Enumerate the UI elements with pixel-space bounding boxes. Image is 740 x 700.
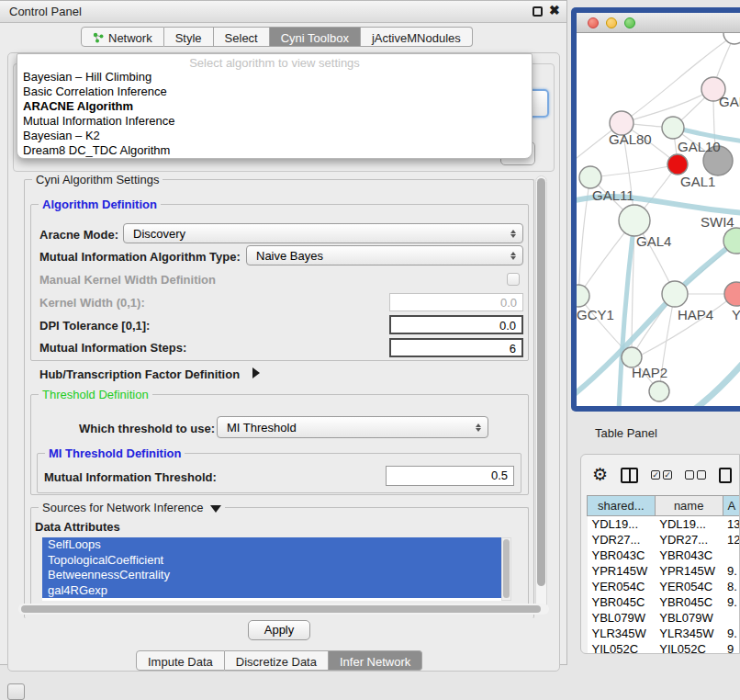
table-cell: YBR045C — [655, 594, 723, 610]
table-toolbar: ⚙ ✓✓ — [592, 464, 732, 486]
network-node-gal11[interactable] — [579, 166, 601, 188]
mi-algorithm-type-select[interactable]: Naive Bayes — [246, 245, 523, 265]
algorithm-option[interactable]: ARACNE Algorithm — [17, 99, 532, 114]
attribute-item[interactable]: gal4RGexp — [42, 583, 501, 599]
zoom-window-icon[interactable] — [624, 17, 635, 28]
column-header[interactable]: shared... — [588, 496, 656, 516]
algorithm-option[interactable]: Dream8 DC_TDC Algorithm — [17, 143, 532, 158]
table-cell: 9. — [723, 626, 740, 641]
algorithm-dropdown-items: Bayesian – Hill ClimbingBasic Correlatio… — [17, 70, 532, 158]
hub-expander-icon[interactable] — [252, 367, 260, 378]
node-label: Y — [732, 307, 740, 322]
tab-cyni-toolbox[interactable]: Cyni Toolbox — [270, 27, 361, 47]
new-table-icon[interactable] — [719, 468, 732, 483]
sources-title: Sources for Network Inference — [39, 501, 225, 514]
network-node-hap4[interactable] — [662, 281, 688, 307]
column-header[interactable]: name — [655, 496, 723, 516]
tab-select[interactable]: Select — [214, 27, 270, 47]
network-node-gal1[interactable] — [667, 154, 688, 175]
network-node-gal4[interactable] — [619, 205, 650, 236]
restore-panel-icon[interactable] — [7, 683, 25, 700]
attribute-item[interactable]: TopologicalCoefficient — [42, 553, 501, 569]
algorithm-option[interactable]: Bayesian – K2 — [17, 129, 532, 143]
network-node[interactable] — [649, 381, 669, 401]
mi-threshold-field[interactable]: 0.5 — [386, 466, 514, 486]
table-cell: 8. — [723, 579, 740, 594]
network-canvas[interactable]: GALGAL80GAL10GAL1GAL11SWI4GAL4GCY1HAP4YH… — [577, 33, 740, 406]
apply-button[interactable]: Apply — [248, 620, 310, 640]
attributes-scrollbar[interactable] — [501, 537, 511, 601]
table-cell: 13 — [723, 516, 740, 532]
tab-network[interactable]: Network — [81, 27, 164, 47]
table-panel-title: Table Panel — [595, 426, 657, 440]
algorithm-option[interactable]: Bayesian – Hill Climbing — [17, 70, 532, 85]
float-panel-icon[interactable] — [533, 6, 543, 17]
chevron-updown-icon — [510, 252, 516, 260]
table-row[interactable]: YPR145WYPR145W9. — [588, 563, 740, 579]
table-row[interactable]: YBR043CYBR043C — [588, 548, 740, 563]
minimize-window-icon[interactable] — [606, 17, 617, 28]
collapse-icon[interactable] — [210, 505, 221, 513]
node-table: shared...nameA YDL19...YDL19...13YDR27..… — [587, 495, 740, 654]
settings-scrollbar-thumb[interactable] — [537, 178, 545, 586]
table-cell: 9. — [723, 563, 740, 579]
attribute-item[interactable]: SelfLoops — [42, 537, 501, 553]
network-node[interactable] — [723, 33, 740, 44]
table-cell: YBR043C — [655, 548, 723, 563]
table-row[interactable]: YDL19...YDL19...13 — [588, 516, 740, 532]
table-row[interactable]: YBR045CYBR045C9. — [588, 594, 740, 610]
which-threshold-select[interactable]: MI Threshold — [217, 416, 488, 438]
table-row[interactable]: YIL052CYIL052C9 — [588, 641, 740, 655]
split-columns-icon[interactable] — [621, 468, 638, 483]
aracne-mode-select[interactable]: Discovery — [123, 223, 523, 243]
tab-jactivemnodules[interactable]: jActiveMNodules — [361, 27, 473, 47]
dpi-tolerance-label: DPI Tolerance [0,1]: — [39, 319, 150, 333]
deselect-all-columns-icon[interactable] — [685, 470, 706, 480]
table-panel: ⚙ ✓✓ shared...nameA YDL19...YDL19...13YD… — [580, 454, 740, 654]
table-row[interactable]: YBL079WYBL079W — [588, 610, 740, 626]
kernel-width-label: Kernel Width (0,1): — [39, 296, 145, 310]
dpi-tolerance-field[interactable]: 0.0 — [389, 315, 523, 334]
algorithm-option[interactable]: Basic Correlation Inference — [17, 85, 532, 99]
gear-icon[interactable]: ⚙ — [592, 466, 608, 484]
table-row[interactable]: YDR27...YDR27...12 — [588, 532, 740, 548]
algorithm-option[interactable]: Mutual Information Inference — [17, 114, 532, 129]
close-icon[interactable]: ✖ — [549, 3, 560, 17]
network-node-gcy1[interactable] — [577, 285, 589, 307]
column-header[interactable]: A — [723, 496, 740, 516]
network-node-gal10[interactable] — [662, 117, 684, 139]
table-cell: YLR345W — [655, 626, 723, 641]
table-cell: YER054C — [588, 579, 656, 594]
control-panel-title: Control Panel — [9, 5, 82, 18]
control-panel-window: Control Panel ✖ NetworkStyleSelectCyni T… — [0, 0, 567, 665]
tab-infer-network[interactable]: Infer Network — [329, 650, 422, 671]
network-window-titlebar[interactable] — [577, 13, 740, 33]
settings-horizontal-scrollbar-thumb[interactable] — [21, 605, 541, 613]
tab-impute-data[interactable]: Impute Data — [136, 650, 225, 671]
settings-vertical-scrollbar[interactable] — [535, 175, 547, 613]
data-attributes-list[interactable]: SelfLoopsTopologicalCoefficientBetweenne… — [42, 537, 501, 601]
table-row[interactable]: YLR345WYLR345W9. — [588, 626, 740, 641]
settings-horizontal-scrollbar[interactable] — [18, 604, 549, 615]
table-cell — [723, 548, 740, 563]
mi-steps-field[interactable]: 6 — [389, 338, 523, 357]
node-label: SWI4 — [701, 214, 734, 230]
manual-kernel-width-checkbox[interactable] — [507, 273, 520, 286]
hub-definition-label: Hub/Transcription Factor Definition — [39, 367, 240, 381]
close-window-icon[interactable] — [588, 17, 599, 28]
attributes-scrollbar-thumb[interactable] — [503, 539, 510, 598]
chevron-updown-icon — [476, 423, 481, 432]
algorithm-definition-title: Algorithm Definition — [39, 198, 161, 211]
table-cell: 9. — [723, 594, 740, 610]
control-panel-titlebar: Control Panel ✖ — [0, 1, 566, 23]
node-label: GCY1 — [577, 307, 614, 322]
attribute-item[interactable]: BetweennessCentrality — [42, 568, 501, 583]
tab-discretize-data[interactable]: Discretize Data — [225, 650, 329, 671]
table-cell: YDR27... — [655, 532, 723, 548]
kernel-width-field[interactable]: 0.0 — [389, 293, 523, 311]
table-row[interactable]: YER054CYER054C8. — [588, 579, 740, 594]
tab-style[interactable]: Style — [164, 27, 214, 47]
network-node-y[interactable] — [724, 282, 740, 306]
table-cell: YER054C — [655, 579, 723, 594]
select-all-columns-icon[interactable]: ✓✓ — [651, 470, 672, 480]
